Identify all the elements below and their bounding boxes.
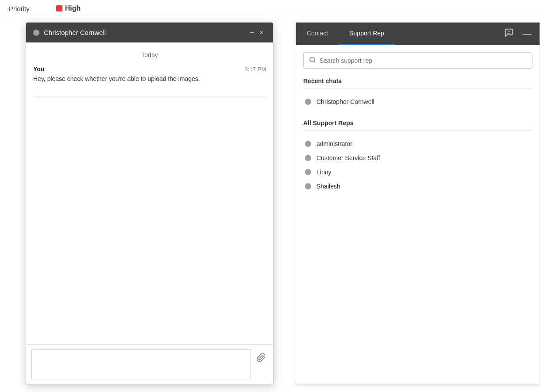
svg-line-3 bbox=[314, 61, 315, 62]
search-icon bbox=[309, 56, 316, 65]
priority-value: High bbox=[65, 4, 81, 12]
list-item[interactable]: Christopher Cornwell bbox=[303, 95, 532, 109]
priority-dot-indicator bbox=[56, 5, 62, 12]
all-reps-header: All Support Reps bbox=[303, 119, 532, 131]
rep-name: administrator bbox=[316, 140, 352, 147]
tab-contact[interactable]: Contact bbox=[296, 23, 339, 45]
chat-status-dot bbox=[33, 30, 39, 36]
right-panel-header: Contact Support Rep — bbox=[296, 23, 540, 45]
chat-sender: You bbox=[33, 65, 44, 73]
chat-minimize-button[interactable]: − bbox=[247, 29, 256, 36]
search-box bbox=[303, 52, 532, 69]
rep-name: Linny bbox=[316, 169, 331, 176]
rep-status-dot bbox=[305, 99, 311, 105]
rep-name: Customer Service Staff bbox=[316, 154, 380, 161]
chat-close-button[interactable]: × bbox=[257, 29, 266, 36]
recent-chats-section: Recent chats Christopher Cornwell bbox=[303, 77, 532, 109]
recent-chats-header: Recent chats bbox=[303, 77, 532, 88]
tab-support-rep[interactable]: Support Rep bbox=[339, 23, 395, 45]
search-input[interactable] bbox=[320, 57, 527, 64]
right-panel-body: Recent chats Christopher Cornwell All Su… bbox=[296, 45, 540, 384]
chat-message-meta: You 3:17 PM bbox=[33, 65, 266, 73]
priority-label: Priority bbox=[9, 5, 30, 12]
chat-footer bbox=[26, 344, 273, 384]
chat-body: Today You 3:17 PM Hey, please check whet… bbox=[26, 42, 273, 344]
minimize-panel-button[interactable]: — bbox=[520, 27, 534, 41]
chat-input[interactable] bbox=[31, 349, 251, 380]
list-item[interactable]: Customer Service Staff bbox=[303, 151, 532, 165]
panel-actions: — bbox=[501, 26, 540, 42]
list-item[interactable]: Shailesh bbox=[303, 179, 532, 193]
priority-row: Priority High bbox=[0, 0, 540, 17]
rep-name: Shailesh bbox=[316, 183, 340, 190]
chat-title: Christopher Cornwell bbox=[44, 29, 247, 36]
chat-icon-button[interactable] bbox=[501, 26, 517, 42]
rep-status-dot bbox=[305, 141, 311, 147]
list-item[interactable]: administrator bbox=[303, 137, 532, 151]
chat-date: Today bbox=[33, 51, 266, 58]
rep-name: Christopher Cornwell bbox=[316, 98, 374, 105]
chat-message-text: Hey, please check whether you're able to… bbox=[33, 74, 266, 84]
rep-status-dot bbox=[305, 155, 311, 161]
rep-status-dot bbox=[305, 183, 311, 189]
chat-message-row: You 3:17 PM Hey, please check whether yo… bbox=[33, 65, 266, 84]
priority-dot: High bbox=[56, 4, 81, 12]
all-reps-section: All Support Reps administrator Customer … bbox=[303, 119, 532, 193]
chat-header: Christopher Cornwell − × bbox=[26, 23, 273, 42]
chat-time: 3:17 PM bbox=[245, 66, 266, 73]
chat-attach-button[interactable] bbox=[255, 351, 268, 366]
chat-window: Christopher Cornwell − × Today You 3:17 … bbox=[26, 22, 274, 385]
rep-status-dot bbox=[305, 169, 311, 175]
list-item[interactable]: Linny bbox=[303, 165, 532, 179]
right-panel: Contact Support Rep — bbox=[296, 22, 540, 385]
chat-divider bbox=[33, 96, 266, 96]
